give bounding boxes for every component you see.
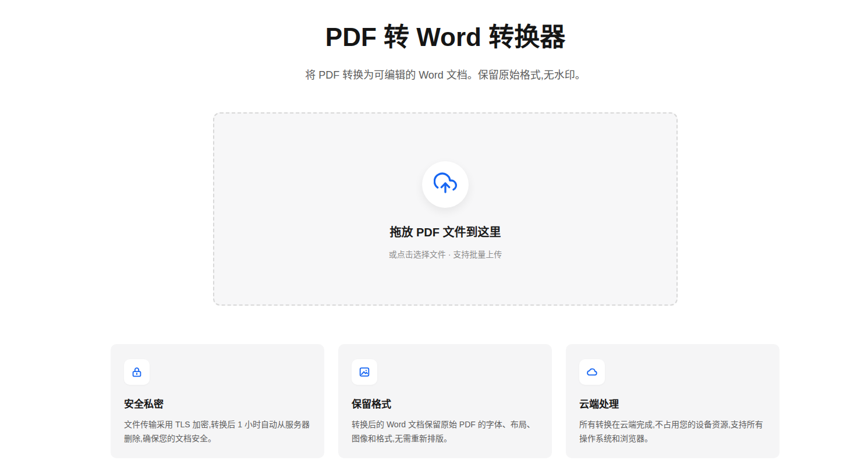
feature-cards-row: 安全私密 文件传输采用 TLS 加密,转换后 1 小时自动从服务器删除,确保您的… xyxy=(111,344,780,458)
feature-title: 云端处理 xyxy=(579,399,766,410)
feature-card-cloud: 云端处理 所有转换在云端完成,不占用您的设备资源,支持所有操作系统和浏览器。 xyxy=(566,344,780,458)
feature-description: 所有转换在云端完成,不占用您的设备资源,支持所有操作系统和浏览器。 xyxy=(579,417,766,445)
image-icon xyxy=(352,359,377,385)
cloud-upload-icon xyxy=(434,172,457,197)
main-content: PDF 转 Word 转换器 将 PDF 转换为可编辑的 Word 文档。保留原… xyxy=(111,22,780,458)
cloud-icon xyxy=(579,359,605,385)
feature-card-formatting: 保留格式 转换后的 Word 文档保留原始 PDF 的字体、布局、图像和格式,无… xyxy=(338,344,552,458)
page-title: PDF 转 Word 转换器 xyxy=(111,22,780,53)
feature-title: 保留格式 xyxy=(352,399,538,410)
dropzone-hint: 或点击选择文件 · 支持批量上传 xyxy=(214,250,676,260)
upload-circle xyxy=(422,161,469,208)
feature-description: 转换后的 Word 文档保留原始 PDF 的字体、布局、图像和格式,无需重新排版… xyxy=(352,417,538,445)
pdf-dropzone[interactable]: 拖放 PDF 文件到这里 或点击选择文件 · 支持批量上传 xyxy=(213,112,678,306)
lock-icon xyxy=(124,359,150,385)
page-subtitle: 将 PDF 转换为可编辑的 Word 文档。保留原始格式,无水印。 xyxy=(111,69,780,82)
feature-description: 文件传输采用 TLS 加密,转换后 1 小时自动从服务器删除,确保您的文档安全。 xyxy=(124,417,310,445)
feature-card-security: 安全私密 文件传输采用 TLS 加密,转换后 1 小时自动从服务器删除,确保您的… xyxy=(111,344,324,458)
dropzone-title: 拖放 PDF 文件到这里 xyxy=(214,225,676,239)
feature-title: 安全私密 xyxy=(124,399,310,410)
